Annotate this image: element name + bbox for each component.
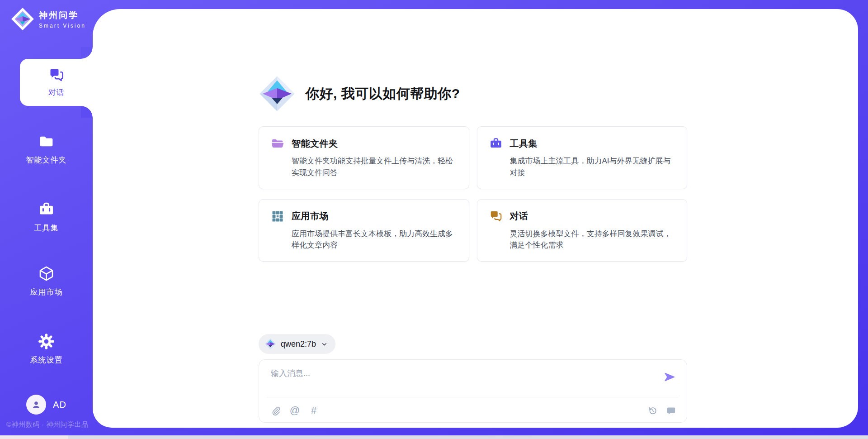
at-icon: @	[290, 406, 300, 415]
composer-toolbar-right	[646, 405, 677, 416]
app-root: 神州问学 Smart Vision 对话 智能文件夹	[0, 0, 868, 439]
apps-grid-icon	[271, 210, 284, 223]
cube-icon	[38, 265, 55, 282]
card-smart-folder[interactable]: 智能文件夹 智能文件夹功能支持批量文件上传与清洗，轻松实现文件问答	[259, 126, 469, 189]
brand-diamond-logo-icon	[11, 7, 34, 31]
message-input[interactable]	[271, 368, 642, 394]
sidebar: 神州问学 Smart Vision 对话 智能文件夹	[0, 0, 93, 439]
toolbox-icon	[489, 137, 503, 150]
composer-toolbar: @ #	[270, 403, 677, 418]
send-button[interactable]	[663, 371, 676, 383]
brand: 神州问学 Smart Vision	[11, 7, 86, 31]
model-selector[interactable]: qwen2:7b	[259, 334, 335, 354]
sidebar-item-label: 工具集	[34, 223, 59, 233]
model-diamond-logo-icon	[264, 338, 276, 350]
toolbox-icon	[38, 201, 55, 218]
feedback-button[interactable]	[665, 405, 677, 416]
history-button[interactable]	[646, 405, 658, 416]
sidebar-item-settings[interactable]: 系统设置	[0, 333, 93, 365]
sidebar-item-chat[interactable]: 对话	[20, 59, 93, 106]
person-icon	[30, 399, 42, 410]
send-plane-icon	[663, 371, 676, 383]
gear-icon	[38, 333, 55, 350]
card-description: 集成市场上主流工具，助力AI与外界无缝扩展与对接	[510, 155, 675, 179]
chat-bubbles-icon	[489, 210, 503, 223]
folder-icon	[38, 133, 55, 150]
brand-subtitle: Smart Vision	[39, 23, 86, 29]
card-title: 对话	[510, 210, 528, 222]
card-chat[interactable]: 对话 灵活切换多模型文件，支持多样回复效果调试，满足个性化需求	[477, 199, 688, 262]
feature-cards: 智能文件夹 智能文件夹功能支持批量文件上传与清洗，轻松实现文件问答 工具集	[259, 126, 687, 262]
sidebar-item-smart-folder[interactable]: 智能文件夹	[0, 133, 93, 165]
sidebar-item-label: 智能文件夹	[26, 155, 67, 165]
avatar	[26, 395, 46, 415]
content-column: 你好, 我可以如何帮助你? 智能文件夹 智能文件夹功能支持批量文件上传与清洗，轻…	[259, 75, 687, 423]
message-composer: @ #	[259, 359, 687, 423]
sidebar-item-toolbox[interactable]: 工具集	[0, 201, 93, 233]
chat-bubbles-icon	[48, 67, 65, 83]
hash-icon: #	[311, 406, 316, 415]
mention-button[interactable]: @	[289, 405, 301, 416]
brand-name: 神州问学	[39, 10, 86, 21]
card-description: 智能文件夹功能支持批量文件上传与清洗，轻松实现文件问答	[292, 155, 457, 179]
copyright-text: ©神州数码 · 神州问学出品	[6, 420, 88, 429]
hashtag-button[interactable]: #	[308, 405, 320, 416]
card-toolbox[interactable]: 工具集 集成市场上主流工具，助力AI与外界无缝扩展与对接	[477, 126, 688, 189]
card-description: 应用市场提供丰富长文本模板，助力高效生成多样化文章内容	[292, 228, 457, 252]
card-description: 灵活切换多模型文件，支持多样回复效果调试，满足个性化需求	[510, 228, 675, 252]
card-app-market[interactable]: 应用市场 应用市场提供丰富长文本模板，助力高效生成多样化文章内容	[259, 199, 469, 262]
main-panel: 你好, 我可以如何帮助你? 智能文件夹 智能文件夹功能支持批量文件上传与清洗，轻…	[93, 9, 858, 428]
chevron-down-icon	[321, 340, 328, 348]
chat-square-icon	[666, 406, 676, 416]
user-account[interactable]: AD	[0, 395, 93, 415]
paperclip-icon	[271, 406, 281, 416]
attach-file-button[interactable]	[270, 405, 282, 416]
card-title: 智能文件夹	[292, 138, 338, 150]
sidebar-item-label: 应用市场	[30, 287, 63, 297]
card-title: 应用市场	[292, 210, 329, 222]
composer-divider	[267, 397, 679, 397]
model-name: qwen2:7b	[281, 339, 316, 349]
sidebar-item-label: 系统设置	[30, 355, 63, 365]
bottom-scroll-strip[interactable]	[0, 435, 868, 439]
sidebar-item-app-market[interactable]: 应用市场	[0, 265, 93, 297]
user-name: AD	[53, 400, 66, 410]
greeting-title: 你好, 我可以如何帮助你?	[306, 85, 460, 103]
sidebar-item-label: 对话	[48, 87, 65, 98]
assistant-diamond-logo-icon	[259, 75, 296, 112]
greeting-block: 你好, 我可以如何帮助你?	[259, 75, 687, 113]
model-selector-row: qwen2:7b	[259, 334, 687, 354]
folder-open-icon	[271, 137, 284, 150]
card-title: 工具集	[510, 138, 538, 150]
history-clock-icon	[647, 406, 658, 416]
